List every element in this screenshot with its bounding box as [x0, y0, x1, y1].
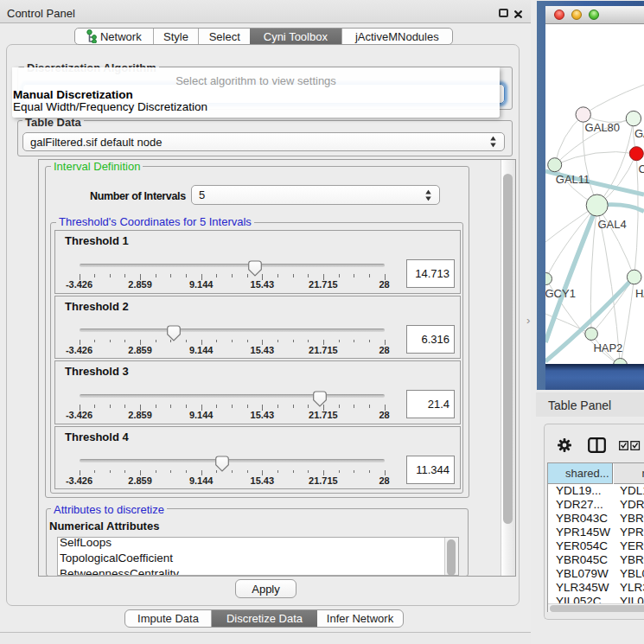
svg-text:HAP2: HAP2: [593, 341, 622, 354]
svg-text:GAL80: GAL80: [585, 120, 620, 133]
svg-text:GAL4: GAL4: [597, 217, 626, 230]
svg-text:GAL11: GAL11: [556, 173, 590, 186]
svg-text:GCY1: GCY1: [545, 287, 576, 300]
svg-text:HAP4: HAP4: [635, 286, 644, 299]
svg-text:CR: CR: [639, 162, 644, 175]
svg-text:GAL: GAL: [634, 126, 644, 139]
